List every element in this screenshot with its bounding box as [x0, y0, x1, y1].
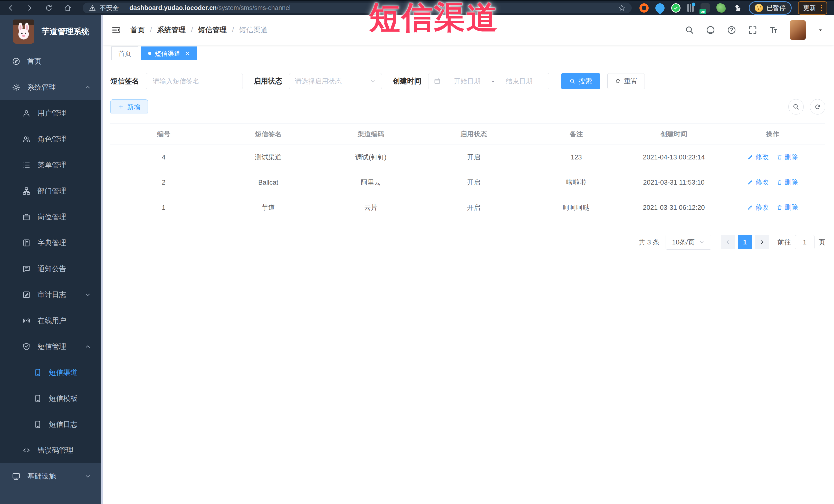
column-header: 启用状态 — [422, 124, 525, 145]
emoji-extension-icon — [755, 4, 763, 12]
caret-down-icon[interactable] — [817, 27, 824, 34]
delete-label: 删除 — [785, 203, 798, 212]
refresh-table-button[interactable] — [810, 99, 825, 114]
sidebar-item[interactable]: 基础设施 — [0, 463, 103, 489]
breadcrumb-system[interactable]: 系统管理 — [157, 25, 186, 35]
browser-forward-icon[interactable] — [26, 4, 34, 12]
sidebar-item[interactable]: 通知公告 — [0, 256, 103, 282]
toggle-search-button[interactable] — [788, 99, 804, 114]
breadcrumb: 首页 / 系统管理 / 短信管理 / 短信渠道 — [130, 25, 268, 35]
sidebar-item[interactable]: 短信渠道 — [0, 359, 103, 386]
edit-label: 修改 — [755, 153, 769, 161]
close-icon[interactable] — [184, 50, 190, 56]
end-date-placeholder[interactable]: 结束日期 — [494, 77, 544, 86]
reset-button[interactable]: 重置 — [607, 73, 645, 89]
online-user-icon — [22, 316, 31, 325]
breadcrumb-sms[interactable]: 短信管理 — [198, 25, 227, 35]
status-select[interactable]: 请选择启用状态 — [289, 73, 382, 89]
status-label: 启用状态 — [254, 76, 282, 86]
fullscreen-icon[interactable] — [748, 25, 758, 35]
browser-update-button[interactable]: 更新 — [798, 1, 827, 15]
tab-sms-channel[interactable]: 短信渠道 — [141, 46, 197, 60]
github-icon[interactable] — [706, 25, 716, 35]
paused-extension-badge[interactable]: 已暂停 — [749, 1, 792, 15]
page-unit-label: 页 — [818, 238, 825, 247]
audit-log-icon — [22, 290, 31, 299]
prev-page-button[interactable] — [721, 235, 735, 249]
location-pin-extension-icon[interactable] — [654, 1, 667, 14]
current-page[interactable]: 1 — [738, 235, 752, 249]
start-date-placeholder[interactable]: 开始日期 — [442, 77, 492, 86]
delete-link[interactable]: 删除 — [776, 178, 798, 187]
sign-input[interactable] — [152, 77, 236, 86]
bookmark-star-icon[interactable] — [618, 4, 626, 12]
browser-back-icon[interactable] — [7, 4, 15, 12]
date-range-picker[interactable]: 开始日期 - 结束日期 — [428, 73, 549, 89]
sidebar-item[interactable]: 短信管理 — [0, 333, 103, 359]
breadcrumb-home[interactable]: 首页 — [130, 25, 145, 35]
sidebar-item-label: 系统管理 — [27, 82, 56, 92]
vpn-on-extension-icon[interactable] — [701, 3, 710, 13]
cell-code: 调试(钉钉) — [320, 145, 422, 170]
cell-remark: 呵呵呵哒 — [525, 195, 628, 220]
add-button[interactable]: 新增 — [110, 100, 148, 114]
green-check-extension-icon[interactable] — [671, 3, 680, 13]
hamburger-icon[interactable] — [111, 25, 121, 35]
browser-reload-icon[interactable] — [45, 4, 53, 12]
sidebar-item[interactable]: 审计日志 — [0, 282, 103, 308]
sidebar-item[interactable]: 首页 — [0, 48, 103, 74]
sidebar-item[interactable]: 系统管理 — [0, 74, 103, 100]
sidebar-item-label: 角色管理 — [38, 134, 66, 144]
sidebar-scrollbar[interactable] — [101, 15, 103, 504]
sidebar-item[interactable]: 短信模板 — [0, 386, 103, 411]
plus-icon — [118, 104, 124, 110]
sidebar-item[interactable]: 用户管理 — [0, 100, 103, 126]
sidebar-logo-row: 芋道管理系统 — [0, 15, 103, 48]
delete-link[interactable]: 删除 — [776, 203, 798, 212]
not-secure-warning-icon[interactable] — [89, 4, 96, 12]
error-code-icon — [22, 446, 31, 455]
sidebar-item[interactable]: 部门管理 — [0, 178, 103, 204]
sidebar-item-label: 首页 — [27, 57, 42, 66]
sidebar-item[interactable]: 菜单管理 — [0, 152, 103, 178]
header-actions — [685, 20, 824, 40]
url-host: dashboard.yudao.iocoder.cn — [129, 4, 217, 12]
edit-link[interactable]: 修改 — [747, 178, 769, 187]
search-button[interactable]: 搜索 — [561, 73, 600, 89]
tab-home[interactable]: 首页 — [111, 46, 138, 60]
sidebar-item[interactable]: 角色管理 — [0, 126, 103, 152]
page-size-select[interactable]: 10条/页 — [665, 235, 711, 249]
sidebar: 芋道管理系统 首页系统管理用户管理角色管理菜单管理部门管理岗位管理字典管理通知公… — [0, 15, 103, 504]
edit-link[interactable]: 修改 — [747, 153, 769, 161]
extensions-puzzle-icon[interactable] — [732, 3, 742, 13]
tab-label: 短信渠道 — [155, 49, 180, 58]
cell-created: 2021-03-31 06:12:20 — [628, 195, 720, 220]
goto-page-input[interactable] — [795, 235, 814, 249]
browser-home-icon[interactable] — [64, 4, 72, 12]
edit-link[interactable]: 修改 — [747, 203, 769, 212]
help-icon[interactable] — [727, 25, 737, 35]
sidebar-item[interactable]: 岗位管理 — [0, 204, 103, 230]
cell-code: 云片 — [320, 195, 422, 220]
browser-menu-dots-icon[interactable] — [821, 5, 822, 11]
refresh-icon — [814, 103, 821, 110]
cell-operations: 修改删除 — [720, 145, 825, 170]
address-bar[interactable]: 不安全 dashboard.yudao.iocoder.cn /system/s… — [83, 3, 632, 13]
audio-mixer-extension-icon[interactable] — [687, 4, 694, 12]
main-area: 首页 / 系统管理 / 短信管理 / 短信渠道 首页 — [103, 15, 834, 504]
sidebar-item[interactable]: 字典管理 — [0, 230, 103, 256]
plant-extension-icon[interactable] — [717, 3, 726, 13]
font-size-icon[interactable] — [769, 25, 778, 35]
delete-link[interactable]: 删除 — [776, 153, 798, 161]
search-icon[interactable] — [685, 25, 694, 35]
sidebar-item[interactable]: 错误码管理 — [0, 437, 103, 463]
sidebar-item[interactable]: 在线用户 — [0, 308, 103, 333]
avatar[interactable] — [790, 20, 806, 40]
sidebar-item[interactable]: 短信日志 — [0, 411, 103, 437]
sidebar-item-label: 短信渠道 — [49, 368, 78, 377]
next-page-button[interactable] — [755, 235, 769, 249]
column-header: 编号 — [110, 124, 217, 145]
edit-label: 修改 — [755, 203, 769, 212]
orange-ring-extension-icon[interactable] — [639, 3, 649, 13]
pencil-icon — [747, 204, 753, 211]
